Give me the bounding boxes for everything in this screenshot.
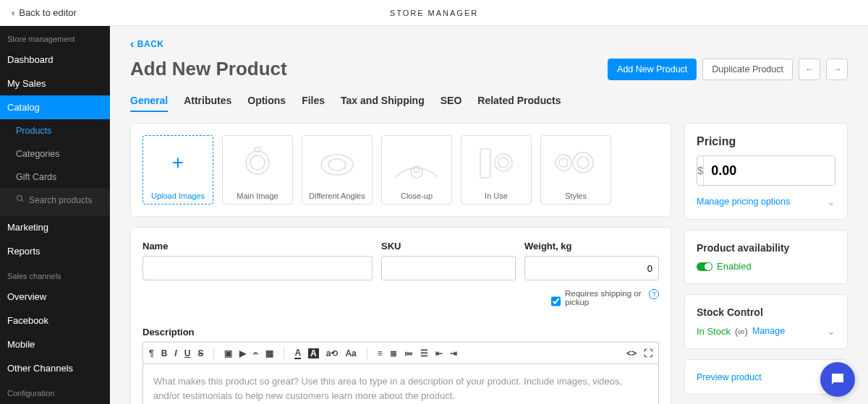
stock-title: Stock Control <box>697 306 835 318</box>
sidebar-item-categories[interactable]: Categories <box>0 142 110 166</box>
requires-shipping-label: Requires shipping or pickup <box>565 289 644 306</box>
sidebar-item-mobile[interactable]: Mobile <box>0 332 110 356</box>
different-angles-tile: Different Angles <box>302 135 373 205</box>
description-editor[interactable]: What makes this product so great? Use th… <box>142 364 659 404</box>
tab-related[interactable]: Related Products <box>477 90 561 112</box>
add-new-product-button[interactable]: Add New Product <box>608 59 697 80</box>
table-icon[interactable]: ▦ <box>265 348 273 358</box>
svg-point-10 <box>495 154 512 171</box>
svg-point-3 <box>250 155 265 170</box>
code-view-icon[interactable]: <> <box>626 348 637 358</box>
align-left-icon[interactable]: ≡ <box>378 348 383 358</box>
list-ol-icon[interactable]: ≔ <box>404 348 413 358</box>
availability-toggle[interactable] <box>697 262 712 271</box>
strike-icon[interactable]: S <box>197 348 203 358</box>
closeup-tile: Close-up <box>381 135 452 205</box>
duplicate-product-button[interactable]: Duplicate Product <box>702 59 793 80</box>
chevron-left-icon: ‹ <box>130 38 135 51</box>
sidebar-item-other-channels[interactable]: Other Channels <box>0 356 110 380</box>
availability-card: Product availability Enabled <box>684 230 848 284</box>
sidebar-section-config: Configuration <box>0 380 110 402</box>
back-to-editor-label: Back to editor <box>19 7 77 18</box>
image-icon[interactable]: ▣ <box>224 348 232 358</box>
sidebar-item-reports[interactable]: Reports <box>0 239 110 263</box>
info-icon[interactable]: ? <box>649 289 659 299</box>
chat-widget[interactable] <box>820 362 855 397</box>
weight-input[interactable] <box>524 256 659 280</box>
sidebar-item-my-sales[interactable]: My Sales <box>0 72 110 95</box>
manage-pricing-link[interactable]: Manage pricing options <box>697 197 790 207</box>
sidebar-item-products[interactable]: Products <box>0 119 110 142</box>
tab-general[interactable]: General <box>130 90 168 112</box>
sidebar-item-facebook[interactable]: Facebook <box>0 309 110 332</box>
sidebar-item-gift-cards[interactable]: Gift Cards <box>0 166 110 189</box>
tab-attributes[interactable]: Attributes <box>184 90 231 112</box>
outdent-icon[interactable]: ⇤ <box>435 348 443 358</box>
sidebar-item-dashboard[interactable]: Dashboard <box>0 48 110 72</box>
requires-shipping-checkbox[interactable] <box>551 289 561 314</box>
fullscreen-icon[interactable]: ⛶ <box>644 348 652 358</box>
editor-toolbar: ¶ B I U S ▣ ▶ 𝄐 ▦ <box>142 342 659 364</box>
price-input[interactable] <box>704 156 835 185</box>
paragraph-icon[interactable]: ¶ <box>149 348 154 358</box>
availability-status: Enabled <box>717 261 752 272</box>
bg-color-icon[interactable]: A <box>308 348 319 358</box>
tab-options[interactable]: Options <box>247 90 286 112</box>
svg-point-14 <box>573 152 593 173</box>
availability-title: Product availability <box>697 242 835 254</box>
sku-input[interactable] <box>381 256 516 280</box>
currency-symbol: $ <box>697 155 704 186</box>
styles-label: Styles <box>565 192 587 200</box>
back-link[interactable]: ‹ BACK <box>130 38 164 51</box>
svg-point-0 <box>17 196 22 201</box>
chevron-down-icon[interactable]: ⌄ <box>827 325 835 337</box>
weight-label: Weight, kg <box>524 241 659 252</box>
sidebar-search[interactable]: Search products <box>0 189 110 215</box>
main-image-label: Main Image <box>237 192 278 200</box>
name-input[interactable] <box>142 256 373 280</box>
link-icon[interactable]: 𝄐 <box>253 348 258 358</box>
sidebar-item-catalog[interactable]: Catalog <box>0 95 110 119</box>
svg-point-13 <box>559 158 568 167</box>
svg-point-6 <box>328 159 346 171</box>
plus-icon: + <box>172 151 184 174</box>
main-image-tile: Main Image <box>222 135 293 205</box>
indent-icon[interactable]: ⇥ <box>450 348 457 358</box>
font-size-icon[interactable]: Aa <box>345 348 356 358</box>
stock-manage-link[interactable]: Manage <box>752 326 785 336</box>
app-title: STORE MANAGER <box>390 9 478 17</box>
list-ul-icon[interactable]: ☰ <box>420 348 428 358</box>
chevron-left-icon: ‹ <box>12 7 14 18</box>
inuse-tile: In Use <box>461 135 532 205</box>
preview-product-link[interactable]: Preview product <box>697 372 762 382</box>
arrow-left-icon: ← <box>805 64 814 74</box>
next-button[interactable]: → <box>826 59 848 80</box>
upload-images-tile[interactable]: + Upload Images <box>142 135 213 205</box>
name-label: Name <box>142 241 373 252</box>
closeup-label: Close-up <box>401 192 433 200</box>
back-to-editor-link[interactable]: ‹ Back to editor <box>12 7 77 18</box>
underline-icon[interactable]: U <box>184 348 191 358</box>
sidebar-item-marketing[interactable]: Marketing <box>0 215 110 239</box>
different-angles-label: Different Angles <box>309 192 365 200</box>
sidebar-section-store: Store management <box>0 26 110 48</box>
prev-button[interactable]: ← <box>799 59 820 80</box>
tab-seo[interactable]: SEO <box>441 90 462 112</box>
tab-tax-shipping[interactable]: Tax and Shipping <box>341 90 425 112</box>
bold-icon[interactable]: B <box>161 348 168 358</box>
description-label: Description <box>142 327 659 338</box>
svg-line-1 <box>22 200 24 202</box>
svg-point-11 <box>498 158 509 168</box>
align-center-icon[interactable]: ≣ <box>390 348 397 358</box>
details-card: Name SKU Weight, kg Require <box>130 227 671 404</box>
inuse-label: In Use <box>485 192 508 200</box>
video-icon[interactable]: ▶ <box>239 348 246 358</box>
chevron-down-icon[interactable]: ⌄ <box>827 196 835 207</box>
stock-card: Stock Control In Stock (∞) Manage ⌄ <box>684 294 848 349</box>
italic-icon[interactable]: I <box>174 348 176 358</box>
tab-files[interactable]: Files <box>302 90 325 112</box>
text-color-icon[interactable]: A <box>294 348 301 359</box>
svg-rect-9 <box>480 149 490 178</box>
clear-format-icon[interactable]: a⟲ <box>326 348 339 358</box>
sidebar-item-overview[interactable]: Overview <box>0 285 110 309</box>
